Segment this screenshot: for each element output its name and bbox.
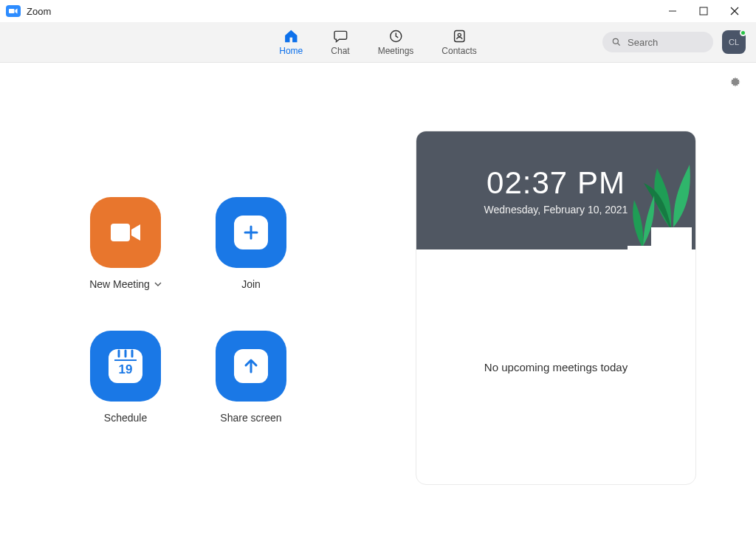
calendar-icon: [109, 349, 142, 383]
svg-rect-2: [700, 7, 707, 15]
settings-button[interactable]: [728, 75, 743, 92]
plus-icon: [242, 224, 260, 241]
tab-chat[interactable]: Chat: [331, 28, 349, 56]
tab-chat-label: Chat: [331, 46, 349, 56]
new-meeting-label: New Meeting: [89, 278, 150, 290]
search-input[interactable]: Search: [602, 32, 713, 52]
window-controls: [657, 0, 750, 22]
svg-line-9: [618, 44, 620, 46]
schedule-label: Schedule: [104, 412, 147, 424]
arrow-up-icon: [242, 357, 260, 375]
join-button[interactable]: [216, 197, 286, 268]
contacts-icon: [452, 28, 467, 44]
schedule-tile[interactable]: 19 Schedule: [66, 331, 185, 424]
chat-icon: [333, 28, 348, 44]
tab-meetings-label: Meetings: [378, 46, 414, 56]
plant-decoration-icon: [622, 187, 662, 249]
schedule-button[interactable]: 19: [90, 331, 161, 402]
minimize-button[interactable]: [657, 0, 688, 22]
action-tiles: New Meeting Join: [0, 63, 377, 558]
clock-date: Wednesday, February 10, 2021: [484, 204, 628, 216]
tab-meetings[interactable]: Meetings: [378, 28, 414, 56]
upcoming-panel: 02:37 PM Wednesday, February 10, 2021: [416, 131, 696, 485]
chevron-down-icon[interactable]: [154, 280, 162, 288]
avatar[interactable]: CL: [722, 30, 746, 54]
main-content: New Meeting Join: [0, 63, 756, 558]
nav-bar: Home Chat Meetings Contacts Search CL: [0, 22, 756, 63]
share-screen-button[interactable]: [216, 331, 286, 402]
svg-rect-10: [111, 224, 130, 241]
share-screen-label: Share screen: [220, 412, 281, 424]
join-tile[interactable]: Join: [192, 197, 310, 290]
tab-home[interactable]: Home: [279, 28, 303, 56]
new-meeting-tile[interactable]: New Meeting: [66, 197, 185, 290]
svg-rect-19: [628, 246, 657, 249]
no-meetings-message: No upcoming meetings today: [484, 361, 628, 373]
tab-home-label: Home: [279, 46, 303, 56]
search-icon: [611, 37, 622, 47]
close-button[interactable]: [719, 0, 750, 22]
avatar-initials: CL: [729, 38, 739, 46]
window-title: Zoom: [27, 6, 51, 17]
search-placeholder: Search: [628, 37, 658, 48]
share-screen-tile[interactable]: Share screen: [192, 331, 310, 424]
zoom-logo-icon: [6, 5, 21, 17]
presence-indicator: [740, 30, 746, 36]
tab-contacts[interactable]: Contacts: [441, 28, 476, 56]
svg-point-7: [458, 33, 461, 36]
tab-contacts-label: Contacts: [441, 46, 476, 56]
panel-header: 02:37 PM Wednesday, February 10, 2021: [416, 131, 695, 249]
svg-point-8: [613, 38, 618, 44]
clock-time: 02:37 PM: [487, 165, 625, 201]
titlebar: Zoom: [0, 0, 756, 22]
video-camera-icon: [108, 219, 143, 246]
nav-tabs: Home Chat Meetings Contacts: [279, 28, 476, 56]
new-meeting-button[interactable]: [90, 197, 161, 268]
clock-icon: [388, 28, 403, 44]
maximize-button[interactable]: [688, 0, 719, 22]
home-icon: [283, 28, 299, 44]
svg-rect-0: [9, 9, 15, 13]
join-label: Join: [241, 278, 261, 290]
